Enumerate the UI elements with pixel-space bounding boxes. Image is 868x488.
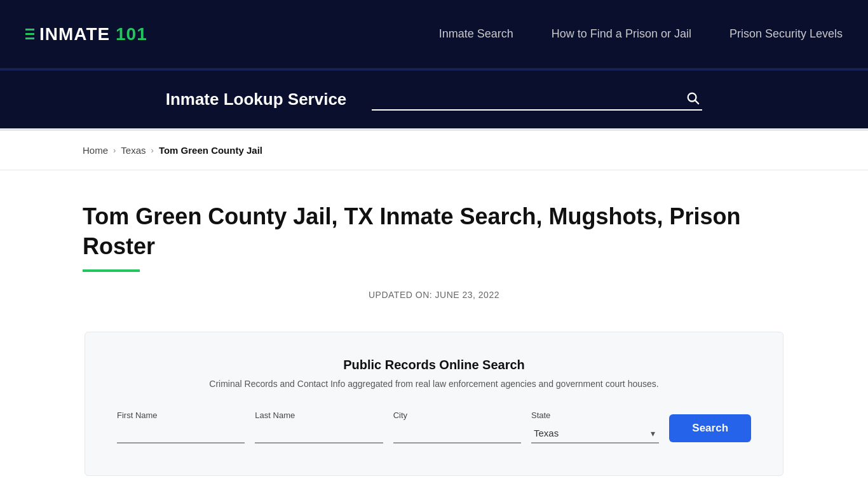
search-form: First Name Last Name City State Texas Al… (117, 410, 751, 444)
records-box: Public Records Online Search Criminal Re… (85, 332, 783, 476)
first-name-label: First Name (117, 410, 245, 420)
records-subtitle: Criminal Records and Contact Info aggreg… (117, 379, 751, 389)
search-records-button[interactable]: Search (669, 414, 751, 442)
page-title: Tom Green County Jail, TX Inmate Search,… (83, 202, 785, 262)
main-content: Tom Green County Jail, TX Inmate Search,… (0, 170, 868, 488)
search-section: Inmate Lookup Service (0, 70, 868, 128)
state-label: State (531, 410, 659, 420)
logo-link[interactable]: INMATE 101 (25, 24, 147, 44)
search-input[interactable] (372, 88, 702, 111)
top-nav: INMATE 101 Inmate Search How to Find a P… (0, 0, 868, 70)
city-label: City (393, 410, 521, 420)
city-input[interactable] (393, 424, 521, 444)
breadcrumb-chevron-1: › (113, 146, 116, 155)
logo-bars-icon (25, 29, 34, 39)
breadcrumb-chevron-2: › (151, 146, 154, 155)
breadcrumb-home[interactable]: Home (83, 145, 108, 156)
state-select[interactable]: Texas Alabama Alaska Arizona Arkansas Ca… (531, 424, 659, 444)
nav-security-levels[interactable]: Prison Security Levels (729, 27, 843, 40)
last-name-field: Last Name (255, 410, 383, 444)
state-select-wrap: Texas Alabama Alaska Arizona Arkansas Ca… (531, 424, 659, 444)
breadcrumb-state[interactable]: Texas (121, 145, 146, 156)
svg-line-1 (695, 100, 698, 104)
search-button[interactable] (686, 91, 700, 109)
first-name-input[interactable] (117, 424, 245, 444)
updated-text: UPDATED ON: JUNE 23, 2022 (83, 290, 785, 300)
breadcrumb: Home › Texas › Tom Green County Jail (0, 131, 868, 170)
nav-how-to-find[interactable]: How to Find a Prison or Jail (552, 27, 691, 40)
last-name-label: Last Name (255, 410, 383, 420)
records-title: Public Records Online Search (117, 358, 751, 372)
last-name-input[interactable] (255, 424, 383, 444)
nav-links: Inmate Search How to Find a Prison or Ja… (439, 27, 843, 41)
first-name-field: First Name (117, 410, 245, 444)
search-section-label: Inmate Lookup Service (166, 90, 347, 109)
state-field: State Texas Alabama Alaska Arizona Arkan… (531, 410, 659, 444)
search-input-wrap (372, 88, 702, 111)
title-underline (83, 269, 140, 272)
nav-inmate-search[interactable]: Inmate Search (439, 27, 513, 40)
city-field: City (393, 410, 521, 444)
breadcrumb-current: Tom Green County Jail (159, 145, 262, 156)
logo-text: INMATE 101 (39, 24, 147, 44)
search-icon (686, 91, 700, 105)
